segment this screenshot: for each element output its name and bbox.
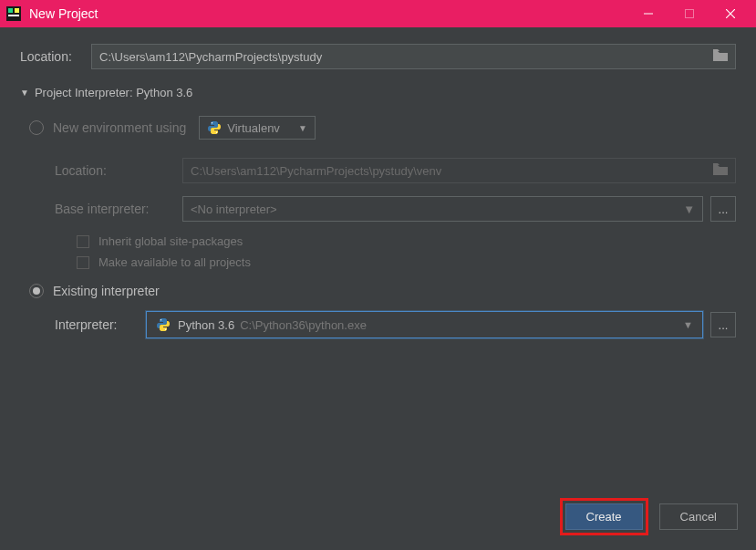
python-icon	[207, 120, 222, 135]
section-title: Project Interpreter: Python 3.6	[35, 86, 192, 99]
base-interpreter-dropdown: <No interpreter> ▼	[182, 196, 703, 222]
existing-interpreter-radio-row[interactable]: Existing interpreter	[29, 284, 736, 298]
svg-point-10	[161, 319, 161, 320]
titlebar[interactable]: New Project	[0, 0, 756, 27]
svg-rect-3	[8, 15, 19, 16]
location-label: Location:	[20, 49, 91, 64]
location-value: C:\Users\am112\PycharmProjects\pystudy	[99, 50, 322, 64]
close-button[interactable]	[709, 0, 751, 27]
interpreter-section-toggle[interactable]: ▼ Project Interpreter: Python 3.6	[20, 86, 736, 99]
inherit-label: Inherit global site-packages	[98, 234, 243, 248]
env-tool-label: Virtualenv	[227, 121, 280, 135]
base-interpreter-label: Base interpreter:	[55, 202, 182, 216]
dialog-content: Location: C:\Users\am112\PycharmProjects…	[0, 27, 756, 487]
window-title: New Project	[29, 6, 98, 21]
new-environment-radio[interactable]	[29, 120, 44, 135]
chevron-down-icon: ▼	[683, 202, 695, 216]
base-interpreter-value: <No interpreter>	[191, 202, 277, 216]
svg-point-9	[216, 132, 217, 133]
new-env-subform: Location: C:\Users\am112\PycharmProjects…	[55, 158, 736, 276]
venv-location-label: Location:	[55, 163, 182, 178]
create-highlight: Create	[560, 498, 648, 535]
python-icon	[156, 317, 171, 332]
venv-location-input: C:\Users\am112\PycharmProjects\pystudy\v…	[182, 158, 736, 183]
make-available-label: Make available to all projects	[98, 255, 251, 269]
interpreter-label: Interpreter:	[55, 317, 146, 332]
env-tool-dropdown[interactable]: Virtualenv ▼	[199, 116, 315, 140]
svg-rect-2	[15, 8, 19, 13]
maximize-button[interactable]	[668, 0, 709, 27]
interpreter-path: C:\Python36\python.exe	[240, 318, 367, 332]
existing-interpreter-radio[interactable]	[29, 284, 44, 298]
new-project-dialog: New Project Location: C:\Users\am112\Pyc…	[0, 0, 756, 550]
interpreter-name: Python 3.6	[178, 318, 234, 332]
interpreter-dropdown[interactable]: Python 3.6 C:\Python36\python.exe ▼	[146, 311, 703, 338]
cancel-button[interactable]: Cancel	[659, 503, 738, 530]
svg-point-8	[212, 122, 212, 123]
existing-interpreter-label: Existing interpreter	[53, 284, 160, 298]
location-input[interactable]: C:\Users\am112\PycharmProjects\pystudy	[91, 44, 736, 69]
folder-icon[interactable]	[713, 49, 728, 64]
new-environment-radio-row[interactable]: New environment using Virtualenv ▼	[29, 116, 736, 140]
make-available-checkbox-row: Make available to all projects	[77, 255, 736, 269]
make-available-checkbox	[77, 256, 89, 269]
svg-rect-1	[8, 8, 13, 13]
expand-icon: ▼	[20, 88, 29, 98]
folder-icon	[713, 163, 728, 178]
app-icon	[5, 5, 22, 22]
new-environment-label: New environment using	[53, 120, 186, 135]
svg-rect-5	[685, 10, 693, 18]
create-button[interactable]: Create	[565, 503, 643, 530]
inherit-checkbox	[77, 235, 89, 248]
venv-location-value: C:\Users\am112\PycharmProjects\pystudy\v…	[191, 164, 441, 178]
browse-interpreter-button[interactable]: ...	[710, 312, 736, 337]
chevron-down-icon: ▼	[298, 123, 307, 133]
button-bar: Create Cancel	[0, 487, 756, 550]
svg-point-11	[165, 329, 166, 330]
minimize-button[interactable]	[627, 0, 668, 27]
browse-base-interpreter-button: ...	[710, 196, 736, 222]
inherit-checkbox-row: Inherit global site-packages	[77, 234, 736, 248]
chevron-down-icon: ▼	[683, 319, 693, 330]
